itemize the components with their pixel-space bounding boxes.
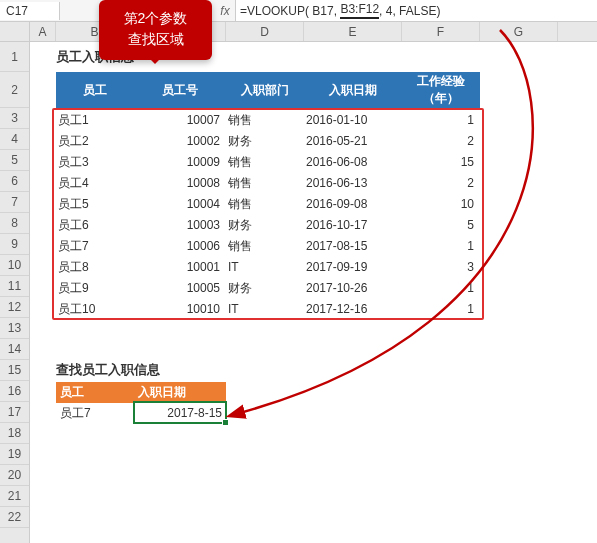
row-header-4[interactable]: 4 (0, 129, 29, 150)
row-header-6[interactable]: 6 (0, 171, 29, 192)
row-header-3[interactable]: 3 (0, 108, 29, 129)
row-header-17[interactable]: 17 (0, 402, 29, 423)
row-header-15[interactable]: 15 (0, 360, 29, 381)
cell-reference-box[interactable]: C17 (0, 2, 60, 20)
row-header-18[interactable]: 18 (0, 423, 29, 444)
cell-content: 员工入职信息 员工 员工号 入职部门 入职日期 工作经验（年） 员工110007… (30, 42, 597, 543)
fx-icon[interactable]: fx (215, 4, 235, 18)
row-header-12[interactable]: 12 (0, 297, 29, 318)
lookup-title: 查找员工入职信息 (56, 361, 160, 379)
row-headers: 12345678910111213141516171819202122 (0, 42, 30, 543)
formula-text-prefix: =VLOOKUP( B17, (240, 4, 340, 18)
callout-line-2: 查找区域 (103, 29, 208, 50)
row-header-2[interactable]: 2 (0, 72, 29, 108)
row-header-9[interactable]: 9 (0, 234, 29, 255)
row-header-5[interactable]: 5 (0, 150, 29, 171)
header-exp: 工作经验（年） (402, 73, 480, 107)
header-emp: 员工 (56, 82, 134, 99)
column-header-E[interactable]: E (304, 22, 402, 41)
row-header-8[interactable]: 8 (0, 213, 29, 234)
column-header-A[interactable]: A (30, 22, 56, 41)
header-dept: 入职部门 (226, 82, 304, 99)
column-header-F[interactable]: F (402, 22, 480, 41)
row-header-20[interactable]: 20 (0, 465, 29, 486)
header-date: 入职日期 (304, 82, 402, 99)
fill-handle[interactable] (222, 419, 229, 426)
row-header-14[interactable]: 14 (0, 339, 29, 360)
column-headers: ABCDEFG (0, 22, 597, 42)
select-all-corner[interactable] (0, 22, 30, 41)
row-header-11[interactable]: 11 (0, 276, 29, 297)
lookup-header-emp: 员工 (56, 382, 134, 403)
header-id: 员工号 (134, 82, 226, 99)
row-header-16[interactable]: 16 (0, 381, 29, 402)
lookup-emp-value[interactable]: 员工7 (56, 403, 134, 424)
formula-text-suffix: , 4, FALSE) (379, 4, 440, 18)
formula-text-highlight: B3:F12 (340, 2, 379, 19)
row-header-21[interactable]: 21 (0, 486, 29, 507)
row-header-10[interactable]: 10 (0, 255, 29, 276)
highlight-box-range (52, 108, 484, 320)
row-header-7[interactable]: 7 (0, 192, 29, 213)
formula-input[interactable]: =VLOOKUP( B17, B3:F12 , 4, FALSE) (235, 0, 597, 21)
row-header-1[interactable]: 1 (0, 42, 29, 72)
active-cell-border (133, 401, 227, 424)
column-header-G[interactable]: G (480, 22, 558, 41)
spreadsheet-grid[interactable]: 12345678910111213141516171819202122 员工入职… (0, 42, 597, 543)
formula-bar: C17 fx =VLOOKUP( B17, B3:F12 , 4, FALSE) (0, 0, 597, 22)
lookup-header-date: 入职日期 (134, 382, 226, 403)
row-header-19[interactable]: 19 (0, 444, 29, 465)
lookup-header-row: 员工 入职日期 (56, 382, 226, 403)
row-header-13[interactable]: 13 (0, 318, 29, 339)
callout-line-1: 第2个参数 (103, 8, 208, 29)
table-header-row: 员工 员工号 入职部门 入职日期 工作经验（年） (56, 72, 480, 108)
column-header-D[interactable]: D (226, 22, 304, 41)
row-header-22[interactable]: 22 (0, 507, 29, 528)
annotation-callout: 第2个参数 查找区域 (99, 0, 212, 60)
